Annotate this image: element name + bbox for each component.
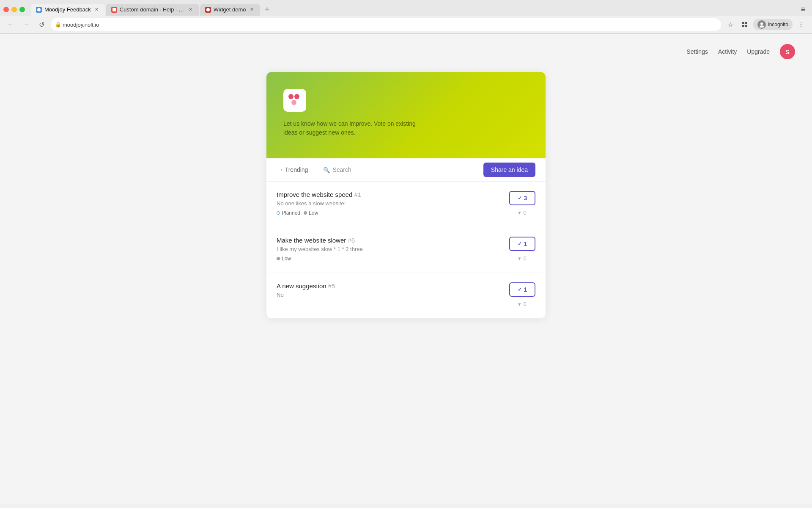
activity-link[interactable]: Activity (718, 48, 737, 55)
tab-moodjoy[interactable]: Moodjoy Feedback ✕ (31, 4, 105, 16)
idea-item-3: A new suggestion #5 No ✓ 1 ▾ 0 (266, 273, 546, 318)
tag-label-low-1: Low (309, 210, 318, 216)
incognito-icon (757, 20, 766, 29)
idea-title-3[interactable]: A new suggestion #5 (277, 282, 502, 290)
hero-banner: Let us know how we can improve. Vote on … (266, 72, 546, 158)
arrow-down-icon-3: ▾ (518, 301, 521, 307)
hero-description: Let us know how we can improve. Vote on … (283, 119, 419, 137)
vote-count-up-1: 3 (524, 195, 527, 202)
svg-rect-5 (742, 25, 744, 27)
chevron-right-icon: › (281, 167, 283, 172)
idea-item-1: Improve the website speed #1 No one like… (266, 182, 546, 227)
arrow-down-icon-2: ▾ (518, 255, 521, 262)
idea-content-2: Make the website slower #6 I like my web… (277, 237, 502, 262)
svg-point-2 (206, 8, 210, 11)
vote-count-up-2: 1 (524, 240, 527, 247)
search-icon: 🔍 (323, 167, 330, 173)
incognito-badge[interactable]: Incognito (753, 19, 793, 30)
tab-label-3: Widget demo (214, 6, 246, 13)
tag-planned: Planned (277, 210, 300, 216)
svg-rect-4 (745, 22, 747, 24)
more-button[interactable]: ⋮ (795, 19, 807, 30)
vote-widget-2: ✓ 1 ▾ 0 (509, 237, 535, 263)
vote-count-down-3: 0 (523, 301, 526, 307)
vote-up-button-1[interactable]: ✓ 3 (509, 191, 535, 205)
idea-description-3: No (277, 292, 502, 298)
url-input[interactable] (51, 18, 721, 31)
vote-down-1[interactable]: ▾ 0 (515, 208, 529, 218)
idea-description-1: No one likes a slow website! (277, 200, 502, 207)
svg-point-7 (760, 22, 763, 25)
settings-link[interactable]: Settings (686, 48, 708, 55)
idea-title-2[interactable]: Make the website slower #6 (277, 237, 502, 244)
browser-actions: ☆ Incognito ⋮ (724, 19, 807, 30)
vote-widget-1: ✓ 3 ▾ 0 (509, 191, 535, 218)
search-button[interactable]: 🔍 Search (319, 164, 355, 176)
vote-up-button-2[interactable]: ✓ 1 (509, 237, 535, 251)
tag-low-2: Low (277, 256, 291, 262)
vote-up-button-3[interactable]: ✓ 1 (509, 282, 535, 297)
idea-title-text-2: Make the website slower (277, 237, 346, 244)
tab-favicon-3 (205, 7, 211, 13)
share-idea-button[interactable]: Share an idea (483, 163, 535, 177)
trending-label: Trending (285, 166, 308, 173)
idea-title-1[interactable]: Improve the website speed #1 (277, 191, 502, 198)
tab-custom-domain[interactable]: Custom domain · Help · Nolt ✕ (106, 4, 199, 16)
browser-chrome: Moodjoy Feedback ✕ Custom domain · Help … (0, 0, 812, 34)
svg-point-0 (37, 8, 41, 11)
upgrade-link[interactable]: Upgrade (747, 48, 770, 55)
tab-overflow-button[interactable]: ≡ (797, 3, 809, 16)
idea-number-3: #5 (328, 282, 335, 290)
vote-down-2[interactable]: ▾ 0 (515, 254, 529, 263)
vote-check-icon-3: ✓ (518, 287, 522, 293)
back-button[interactable]: ← (5, 19, 17, 30)
idea-tags-1: Planned Low (277, 210, 502, 216)
tab-widget-demo[interactable]: Widget demo ✕ (200, 4, 261, 16)
tag-dot-low-1 (304, 211, 307, 215)
tag-label-planned: Planned (282, 210, 300, 216)
svg-point-8 (760, 25, 764, 28)
tab-close-3[interactable]: ✕ (248, 6, 255, 13)
logo-box (283, 89, 306, 112)
vote-check-icon-1: ✓ (518, 195, 522, 201)
tab-favicon-1 (36, 7, 42, 13)
logo-dot-1 (288, 94, 294, 99)
tab-close-2[interactable]: ✕ (187, 6, 194, 13)
idea-tags-2: Low (277, 256, 502, 262)
window-controls (3, 7, 25, 12)
forward-button[interactable]: → (20, 19, 32, 30)
trending-button[interactable]: › Trending (277, 164, 312, 176)
new-tab-button[interactable]: + (261, 4, 273, 16)
vote-count-down-1: 0 (523, 210, 526, 216)
vote-count-down-2: 0 (523, 255, 526, 262)
main-card: Let us know how we can improve. Vote on … (266, 72, 546, 318)
svg-rect-3 (742, 22, 744, 24)
logo-dot-3 (291, 100, 296, 105)
tag-label-low-2: Low (282, 256, 291, 262)
vote-down-3[interactable]: ▾ 0 (515, 299, 529, 309)
reload-button[interactable]: ↺ (36, 19, 47, 30)
tag-dot-low-2 (277, 257, 280, 260)
ideas-list: Improve the website speed #1 No one like… (266, 182, 546, 318)
incognito-label: Incognito (768, 22, 788, 28)
tab-label-2: Custom domain · Help · Nolt (120, 6, 185, 13)
vote-check-icon-2: ✓ (518, 241, 522, 247)
page-content: Settings Activity Upgrade S Let us know … (0, 34, 812, 504)
address-bar: ← → ↺ 🔒 ☆ (0, 16, 812, 33)
arrow-down-icon-1: ▾ (518, 210, 521, 216)
idea-item-2: Make the website slower #6 I like my web… (266, 227, 546, 273)
tab-label-1: Moodjoy Feedback (44, 6, 91, 13)
vote-widget-3: ✓ 1 ▾ 0 (509, 282, 535, 309)
extensions-button[interactable] (739, 19, 751, 30)
bookmark-button[interactable]: ☆ (724, 19, 736, 30)
tab-close-1[interactable]: ✕ (93, 6, 100, 13)
top-nav: Settings Activity Upgrade S (669, 34, 812, 69)
tag-low-1: Low (304, 210, 318, 216)
search-label: Search (332, 166, 351, 173)
maximize-button[interactable] (19, 7, 25, 12)
minimize-button[interactable] (11, 7, 17, 12)
close-button[interactable] (3, 7, 9, 12)
avatar[interactable]: S (780, 44, 795, 59)
toolbar: › Trending 🔍 Search Share an idea (266, 158, 546, 182)
idea-title-text-1: Improve the website speed (277, 191, 352, 198)
